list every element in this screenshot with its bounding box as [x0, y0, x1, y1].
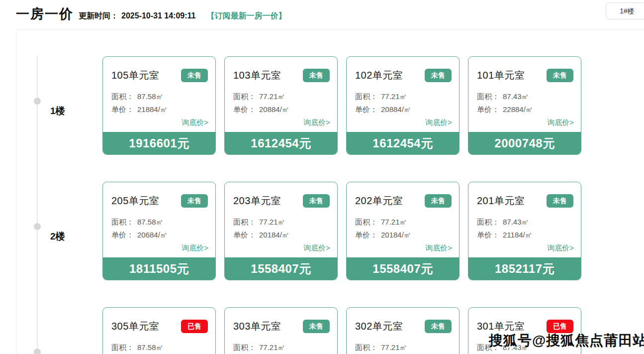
unit-info: 面积：77.21㎡ 单价：20884/㎡	[347, 82, 459, 115]
unit-info: 面积：87.58㎡ 单价：21884/㎡	[103, 82, 215, 115]
unit-price-value: 20184/㎡	[259, 231, 289, 240]
inquiry-link[interactable]: 询底价>	[303, 243, 330, 253]
unit-title: 203单元室	[233, 194, 281, 208]
area-label: 面积：	[477, 218, 499, 227]
area-value: 77.21㎡	[381, 218, 407, 227]
area-label: 面积：	[477, 92, 499, 102]
status-badge: 未售	[181, 194, 208, 208]
unit-info: 面积：87.43㎡ 单价：22884/㎡	[468, 82, 581, 115]
status-badge: 未售	[425, 194, 452, 208]
status-badge: 未售	[303, 320, 330, 333]
unit-title: 201单元室	[477, 194, 525, 208]
unit-price-label: 单价：	[477, 231, 499, 240]
unit-card: 201单元室 未售 面积：87.43㎡ 单价：21184/㎡ 询底价> 1852…	[468, 182, 581, 280]
unit-info: 面积：77.21㎡	[347, 333, 459, 353]
page-header: 一房一价 更新时间：2025-10-31 14:09:11 【订阅最新一房一价】	[16, 5, 286, 23]
page-title: 一房一价	[16, 5, 74, 23]
unit-price-value: 20684/㎡	[137, 231, 168, 240]
area-value: 87.43㎡	[503, 92, 529, 102]
status-badge: 未售	[425, 320, 452, 333]
unit-card: 202单元室 未售 面积：77.21㎡ 单价：20184/㎡ 询底价> 1558…	[346, 182, 460, 280]
unit-card: 101单元室 未售 面积：87.43㎡ 单价：22884/㎡ 询底价> 2000…	[468, 56, 581, 155]
area-value: 77.21㎡	[259, 343, 285, 353]
unit-card: 205单元室 未售 面积：87.58㎡ 单价：20684/㎡ 询底价> 1811…	[102, 182, 216, 280]
unit-price-label: 单价：	[355, 105, 377, 115]
area-label: 面积：	[111, 343, 134, 353]
status-badge: 未售	[547, 194, 573, 208]
total-price: 1612454元	[225, 132, 337, 154]
area-label: 面积：	[355, 343, 377, 353]
inquiry-link[interactable]: 询底价>	[425, 243, 452, 253]
unit-price-value: 21184/㎡	[503, 231, 533, 240]
total-price: 1558407元	[347, 257, 459, 280]
unit-title: 205单元室	[111, 194, 159, 208]
area-value: 77.21㎡	[259, 218, 285, 227]
unit-info: 面积：87.58㎡ 单价：20684/㎡	[103, 208, 215, 240]
total-price: 2000748元	[468, 132, 581, 154]
unit-info: 面积：77.21㎡ 单价：20184/㎡	[225, 208, 337, 240]
inquiry-link[interactable]: 询底价>	[182, 118, 208, 127]
inquiry-link[interactable]: 询底价>	[547, 243, 574, 253]
unit-card: 203单元室 未售 面积：77.21㎡ 单价：20184/㎡ 询底价> 1558…	[224, 182, 338, 280]
total-price: 1852117元	[468, 257, 581, 280]
inquiry-link[interactable]: 询底价>	[547, 118, 574, 127]
unit-title: 303单元室	[233, 320, 281, 333]
unit-price-value: 21884/㎡	[137, 105, 168, 115]
watermark: 搜狐号@搜狐焦点莆田站	[489, 331, 644, 350]
floor-label: 1楼	[50, 105, 65, 118]
status-badge: 未售	[547, 69, 573, 82]
content-panel: 1楼 105单元室 未售 面积：87.58㎡ 单价：21884/㎡ 询底价> 1…	[16, 29, 644, 354]
unit-price-label: 单价：	[233, 105, 256, 115]
floor-row-1: 1楼 105单元室 未售 面积：87.58㎡ 单价：21884/㎡ 询底价> 1…	[16, 56, 644, 155]
floor-dot	[34, 349, 41, 354]
unit-price-label: 单价：	[111, 105, 134, 115]
area-label: 面积：	[233, 343, 256, 353]
area-label: 面积：	[233, 92, 256, 102]
total-price: 1811505元	[103, 257, 215, 280]
unit-card: 102单元室 未售 面积：77.21㎡ 单价：20884/㎡ 询底价> 1612…	[346, 56, 460, 155]
unit-info: 面积：77.21㎡ 单价：20884/㎡	[225, 82, 337, 115]
building-selector-button[interactable]: 1#楼	[606, 2, 644, 19]
unit-card: 303单元室 未售 面积：77.21㎡	[224, 307, 338, 354]
unit-info: 面积：77.21㎡ 单价：20184/㎡	[347, 208, 459, 240]
area-value: 87.58㎡	[137, 218, 164, 227]
status-badge: 未售	[425, 69, 452, 82]
unit-price-value: 20884/㎡	[381, 105, 411, 115]
unit-card: 105单元室 未售 面积：87.58㎡ 单价：21884/㎡ 询底价> 1916…	[102, 56, 216, 155]
unit-info: 面积：87.58㎡	[103, 333, 215, 353]
unit-title: 105单元室	[111, 69, 159, 82]
floor-row-2: 2楼 205单元室 未售 面积：87.58㎡ 单价：20684/㎡ 询底价> 1…	[16, 182, 644, 280]
area-value: 87.58㎡	[137, 92, 164, 102]
unit-price-label: 单价：	[233, 231, 256, 240]
unit-card: 305单元室 已售 面积：87.58㎡	[102, 307, 216, 354]
total-price: 1916601元	[103, 132, 215, 154]
unit-card: 103单元室 未售 面积：77.21㎡ 单价：20884/㎡ 询底价> 1612…	[224, 56, 338, 155]
update-time: 更新时间：2025-10-31 14:09:11	[79, 11, 195, 21]
unit-title: 202单元室	[355, 194, 403, 208]
floor-dot	[34, 223, 41, 230]
status-badge: 已售	[181, 320, 208, 333]
inquiry-link[interactable]: 询底价>	[303, 118, 330, 127]
unit-price-value: 20184/㎡	[381, 231, 411, 240]
inquiry-link[interactable]: 询底价>	[182, 243, 208, 253]
total-price: 1612454元	[347, 132, 459, 154]
floor-dot	[34, 98, 41, 105]
unit-price-value: 22884/㎡	[503, 105, 533, 115]
status-badge: 未售	[181, 69, 208, 82]
floor-cards: 105单元室 未售 面积：87.58㎡ 单价：21884/㎡ 询底价> 1916…	[102, 56, 581, 155]
inquiry-link[interactable]: 询底价>	[425, 118, 452, 127]
status-badge: 未售	[303, 194, 330, 208]
unit-price-label: 单价：	[477, 105, 499, 115]
unit-price-value: 20884/㎡	[259, 105, 289, 115]
subscribe-link[interactable]: 【订阅最新一房一价】	[206, 11, 286, 21]
area-value: 77.21㎡	[381, 343, 407, 353]
area-label: 面积：	[111, 218, 134, 227]
floor-cards: 205单元室 未售 面积：87.58㎡ 单价：20684/㎡ 询底价> 1811…	[102, 182, 581, 280]
total-price: 1558407元	[225, 257, 337, 280]
area-label: 面积：	[355, 92, 377, 102]
area-label: 面积：	[111, 92, 134, 102]
update-time-value: 2025-10-31 14:09:11	[121, 11, 195, 20]
area-label: 面积：	[355, 218, 377, 227]
update-time-label: 更新时间：	[79, 11, 118, 20]
area-value: 77.21㎡	[381, 92, 407, 102]
